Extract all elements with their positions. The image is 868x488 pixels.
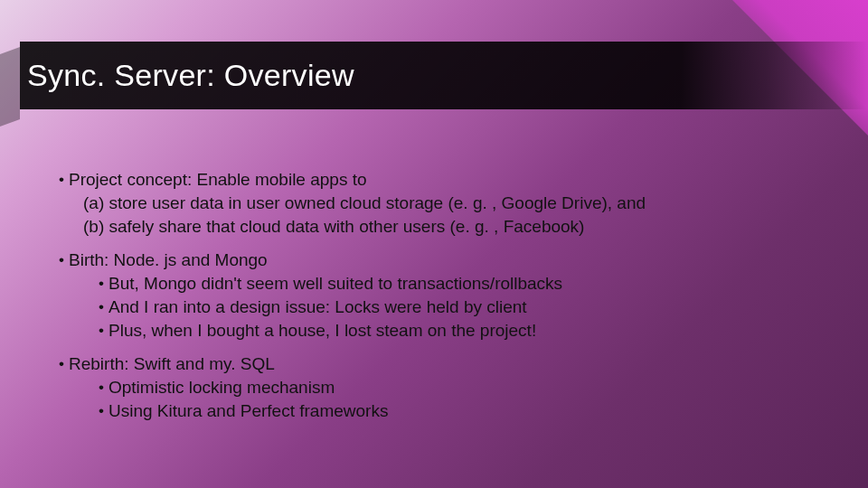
- bullet-icon: •: [94, 296, 108, 319]
- list-item: • But, Mongo didn't seem well suited to …: [94, 272, 823, 296]
- bullet-text: Plus, when I bought a house, I lost stea…: [108, 319, 823, 343]
- bullet-icon: •: [54, 249, 69, 272]
- slide: Sync. Server: Overview • Project concept…: [0, 0, 868, 488]
- slide-body: • Project concept: Enable mobile apps to…: [54, 168, 823, 432]
- list-item: • Using Kitura and Perfect frameworks: [94, 399, 823, 423]
- bullet-text: Using Kitura and Perfect frameworks: [108, 399, 823, 423]
- bullet-icon: •: [54, 168, 69, 192]
- title-band: Sync. Server: Overview: [20, 42, 868, 109]
- list-item: • Optimistic locking mechanism: [94, 376, 823, 399]
- bullet-icon: •: [94, 399, 108, 423]
- bullet-text: Optimistic locking mechanism: [108, 376, 823, 399]
- left-sliver-shadow: [0, 47, 20, 127]
- bullet-icon: •: [94, 376, 108, 399]
- bullet-subline: (b) safely share that cloud data with ot…: [83, 215, 823, 239]
- list-item: • And I ran into a design issue: Locks w…: [94, 296, 823, 319]
- slide-title: Sync. Server: Overview: [27, 58, 354, 92]
- list-item: • Rebirth: Swift and my. SQL • Optimisti…: [54, 352, 823, 424]
- bullet-text: Birth: Node. js and Mongo: [69, 249, 823, 272]
- bullet-text: And I ran into a design issue: Locks wer…: [108, 296, 823, 319]
- list-item: • Plus, when I bought a house, I lost st…: [94, 319, 823, 343]
- bullet-icon: •: [94, 272, 108, 296]
- bullet-text: Project concept: Enable mobile apps to: [69, 170, 367, 189]
- list-item: • Project concept: Enable mobile apps to…: [54, 168, 823, 239]
- bullet-icon: •: [54, 352, 69, 376]
- bullet-icon: •: [94, 319, 108, 343]
- bullet-text: But, Mongo didn't seem well suited to tr…: [108, 272, 823, 296]
- bullet-text: Rebirth: Swift and my. SQL: [69, 352, 823, 376]
- bullet-subline: (a) store user data in user owned cloud …: [83, 192, 823, 215]
- list-item: • Birth: Node. js and Mongo • But, Mongo…: [54, 249, 823, 343]
